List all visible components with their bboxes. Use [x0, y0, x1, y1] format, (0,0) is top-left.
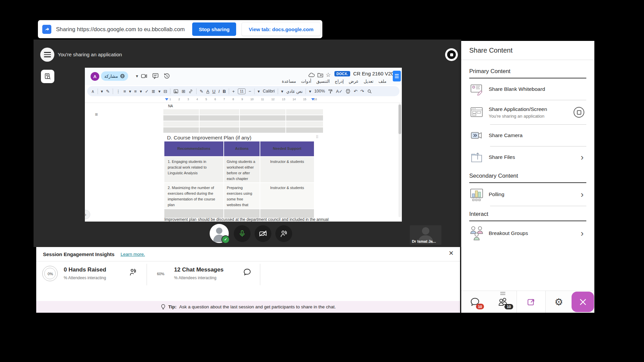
version-history-icon[interactable] [163, 72, 170, 81]
stop-sharing-button[interactable]: Stop sharing [192, 22, 236, 36]
ruler-indent-marker[interactable] [165, 98, 168, 101]
insert-link-icon[interactable] [188, 89, 193, 94]
comments-icon[interactable] [152, 72, 159, 81]
search-icon[interactable] [367, 89, 372, 94]
tab-attendees[interactable]: 10 [489, 291, 517, 313]
microphone-button[interactable] [234, 225, 251, 242]
more-options-icon[interactable]: ⋮ [116, 89, 120, 94]
underline-icon[interactable]: U [212, 89, 215, 94]
font-size-value[interactable]: 11 [238, 88, 246, 94]
edit-mode-icon[interactable]: ✎ [106, 89, 110, 94]
ruler-margin-marker[interactable] [311, 98, 315, 101]
share-whiteboard-item[interactable]: Share Blank Whiteboard [469, 78, 586, 100]
stop-application-share-icon[interactable] [574, 107, 584, 118]
share-application-item[interactable]: Share Application/Screen You're sharing … [469, 100, 586, 124]
striped-table-row [163, 121, 323, 127]
ruler-tick-number: 15 [303, 98, 306, 101]
session-menu-button[interactable] [40, 48, 54, 62]
ruler-tick-number: 8 [232, 98, 234, 101]
ruler-tick-number: 4 [197, 98, 198, 101]
share-menu-caret-icon[interactable]: ▼ [135, 74, 139, 78]
star-icon[interactable]: ☆ [326, 71, 331, 78]
close-panel-button[interactable] [572, 292, 594, 312]
docs-menu-item[interactable]: عرض [349, 79, 359, 84]
chat-messages-label: 12 Chat Messages [174, 266, 223, 273]
toolbar-divider [170, 88, 170, 94]
docs-header: A مشاركة ▼ [85, 68, 402, 85]
caret-icon[interactable]: ▾ [101, 89, 103, 94]
tab-settings[interactable]: ⚙ [546, 291, 572, 313]
checklist-icon[interactable]: ✓ [145, 89, 149, 94]
docs-menu-item[interactable]: ملف [378, 79, 386, 84]
toolbar-divider [98, 88, 98, 94]
redo-icon[interactable]: ↷ [360, 89, 364, 94]
participant-video-tile[interactable]: Dr Ismat Ja... [410, 225, 441, 245]
whiteboard-icon [469, 83, 484, 96]
stop-recording-icon [447, 50, 456, 59]
spellcheck-icon[interactable]: A✓ [336, 89, 343, 94]
document-outline-icon[interactable]: ≡ [95, 111, 98, 117]
video-call-icon[interactable] [141, 72, 148, 81]
docs-menu-item[interactable]: مساعدة [282, 79, 296, 84]
docs-share-button[interactable]: مشاركة [101, 71, 128, 81]
zoom-level-value[interactable]: 100% [314, 89, 325, 94]
docs-menu-item[interactable]: تعديل [364, 79, 373, 84]
bold-icon[interactable]: B [223, 89, 226, 94]
share-files-icon [469, 151, 484, 164]
engagement-title: Session Engagement Insights [43, 251, 114, 257]
expand-panel-chevron[interactable]: › [85, 210, 90, 219]
chevron-right-icon: › [581, 229, 584, 238]
docs-ruler: 12345678910111213141516 [85, 97, 402, 103]
breakout-groups-item[interactable]: Breakout Groups › [469, 221, 586, 245]
share-camera-icon [469, 130, 484, 141]
zoom-document-button[interactable] [41, 70, 54, 83]
share-files-item[interactable]: Share Files › [469, 146, 586, 168]
account-avatar[interactable]: A [91, 72, 99, 81]
collapse-toolbar-icon[interactable]: ∧ [91, 89, 95, 94]
numbered-list-icon[interactable]: ≡ [134, 89, 137, 94]
docs-menu-item[interactable]: التنسيق [316, 79, 330, 84]
attendees-count-badge: 10 [504, 304, 513, 309]
caret-icon[interactable]: ▾ [258, 89, 260, 94]
undo-icon[interactable]: ↶ [354, 89, 357, 94]
paragraph-style-value[interactable]: نص عادي [286, 89, 303, 94]
raise-hand-button[interactable] [275, 225, 292, 242]
document-title[interactable]: CR Eng 2160 V2022 [353, 71, 399, 76]
polling-item[interactable]: Polling › [469, 183, 586, 206]
docs-scrollbar-thumb[interactable] [398, 105, 401, 134]
multilevel-list-icon[interactable]: ≣ [152, 89, 155, 94]
caret-icon[interactable]: ▾ [281, 89, 283, 94]
caret-icon[interactable]: ▾ [309, 89, 311, 94]
card-divider [260, 264, 260, 285]
primary-content-label: Primary Content [469, 68, 586, 75]
view-tab-button[interactable]: View tab: docs.google.com [241, 22, 320, 36]
camera-off-button[interactable] [255, 225, 271, 242]
tab-share-content-active[interactable] [517, 291, 546, 313]
tab-chat[interactable]: 10 [461, 291, 489, 313]
text-color-icon[interactable]: A [206, 89, 209, 94]
my-status-avatar-button[interactable]: ✓ [210, 224, 229, 243]
caret-icon[interactable]: ▾ [158, 89, 161, 94]
panel-drag-handle-icon[interactable] [500, 292, 505, 295]
caret-icon[interactable]: ▾ [140, 89, 142, 94]
table-drag-handle-icon[interactable]: ⠿ [316, 135, 319, 139]
print-icon[interactable] [345, 89, 351, 94]
font-name-value[interactable]: Calibri [263, 89, 274, 94]
caret-icon[interactable]: ▾ [129, 89, 131, 94]
italic-icon[interactable]: I [218, 89, 220, 94]
insert-image-icon[interactable] [173, 89, 178, 94]
close-insights-icon[interactable]: × [449, 249, 453, 257]
highlight-color-icon[interactable]: ✎ [200, 89, 203, 94]
bulleted-list-icon[interactable]: ≡ [123, 89, 126, 94]
indent-icon[interactable]: ⊟ [164, 89, 167, 94]
recording-indicator-button[interactable] [445, 48, 458, 61]
docs-menu-item[interactable]: إدراج [335, 79, 344, 84]
add-comment-icon[interactable]: ⊞ [181, 89, 185, 94]
docs-menu-item[interactable]: أدوات [301, 79, 311, 84]
increase-font-size-icon[interactable]: + [232, 89, 235, 94]
learn-more-link[interactable]: Learn more. [120, 252, 145, 257]
share-camera-item[interactable]: Share Camera [469, 125, 586, 146]
ruler-tick-number: 10 [251, 98, 254, 101]
decrease-font-size-icon[interactable]: − [249, 89, 251, 94]
paint-format-icon[interactable] [328, 89, 333, 94]
